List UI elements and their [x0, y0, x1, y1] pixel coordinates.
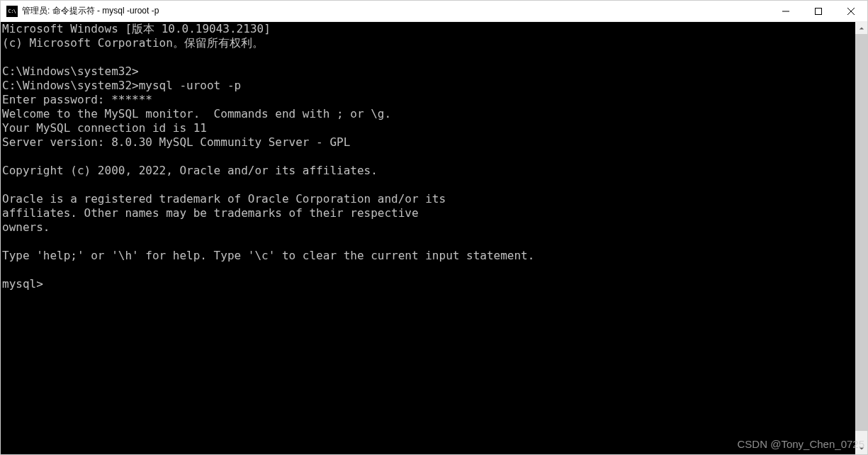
- terminal-line: Type 'help;' or '\h' for help. Type '\c'…: [2, 249, 854, 263]
- minimize-icon: [782, 8, 789, 15]
- window-controls: [770, 1, 867, 21]
- vertical-scrollbar[interactable]: [855, 22, 867, 454]
- scroll-down-button[interactable]: [855, 442, 867, 454]
- terminal-line: Copyright (c) 2000, 2022, Oracle and/or …: [2, 164, 854, 178]
- window-title: 管理员: 命令提示符 - mysql -uroot -p: [22, 5, 770, 17]
- terminal-line: owners.: [2, 220, 854, 235]
- terminal-line: affiliates. Other names may be trademark…: [2, 206, 854, 220]
- app-icon: C:\: [6, 6, 18, 17]
- terminal-line: Enter password: ******: [2, 93, 854, 107]
- terminal-line: Your MySQL connection id is 11: [2, 121, 854, 135]
- scroll-thumb[interactable]: [855, 34, 867, 431]
- maximize-button[interactable]: [802, 1, 835, 21]
- close-icon: [847, 8, 855, 15]
- terminal-line: [2, 150, 854, 164]
- terminal-line: [2, 263, 854, 277]
- chevron-up-icon: [859, 26, 864, 31]
- terminal-line: Oracle is a registered trademark of Orac…: [2, 192, 854, 206]
- terminal-line: [2, 178, 854, 192]
- app-window: C:\ 管理员: 命令提示符 - mysql -uroot -p Microso…: [0, 0, 868, 455]
- titlebar[interactable]: C:\ 管理员: 命令提示符 - mysql -uroot -p: [1, 1, 867, 22]
- terminal-line: Microsoft Windows [版本 10.0.19043.2130]: [2, 22, 854, 36]
- terminal-area: Microsoft Windows [版本 10.0.19043.2130](c…: [1, 22, 867, 454]
- minimize-button[interactable]: [770, 1, 802, 21]
- scroll-up-button[interactable]: [855, 22, 867, 34]
- terminal-line: C:\Windows\system32>: [2, 64, 854, 79]
- maximize-icon: [815, 8, 822, 15]
- terminal-line: C:\Windows\system32>mysql -uroot -p: [2, 79, 854, 93]
- terminal-line: Server version: 8.0.30 MySQL Community S…: [2, 135, 854, 150]
- terminal-line: (c) Microsoft Corporation。保留所有权利。: [2, 36, 854, 50]
- svg-rect-1: [816, 8, 822, 14]
- terminal-line: mysql>: [2, 277, 854, 291]
- terminal-output[interactable]: Microsoft Windows [版本 10.0.19043.2130](c…: [1, 22, 855, 454]
- terminal-line: [2, 50, 854, 64]
- terminal-line: Welcome to the MySQL monitor. Commands e…: [2, 107, 854, 121]
- terminal-line: [2, 235, 854, 249]
- chevron-down-icon: [859, 446, 864, 451]
- close-button[interactable]: [835, 1, 867, 21]
